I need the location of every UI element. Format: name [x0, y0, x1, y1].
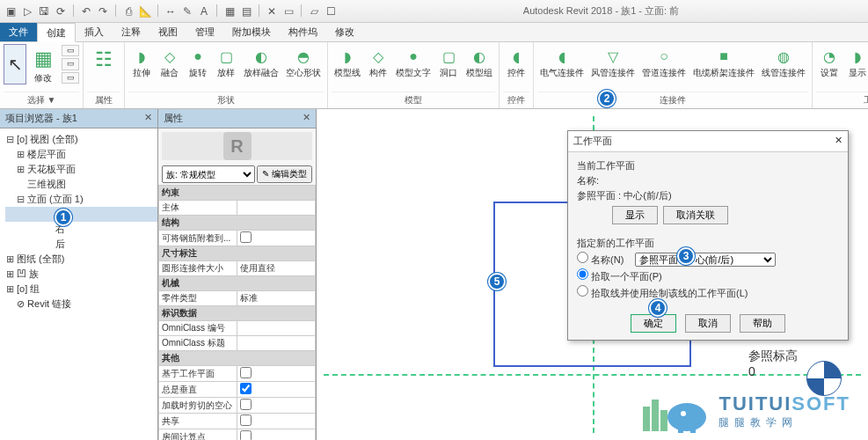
prop-value[interactable]: 标准: [237, 291, 316, 306]
tree-node[interactable]: ⊟ [o] 视图 (全部): [5, 132, 157, 147]
shape-item-0[interactable]: ◗拉伸: [128, 44, 155, 79]
prop-value[interactable]: [237, 231, 316, 246]
shape-item-1[interactable]: ◇融合: [157, 44, 183, 79]
ctrl-item-0[interactable]: ◖控件: [503, 44, 529, 79]
tab-view[interactable]: 视图: [150, 23, 186, 41]
tab-annotate[interactable]: 注释: [113, 23, 150, 41]
prop-value[interactable]: [237, 321, 316, 336]
prop-checkbox[interactable]: [240, 231, 252, 243]
specify-label: 指定新的工作平面: [577, 237, 839, 250]
conn-item-2[interactable]: ○管道连接件: [639, 44, 689, 79]
app-menu-icon[interactable]: ▣: [4, 4, 18, 18]
shape-item-2[interactable]: ●旋转: [185, 44, 211, 79]
tab-addins[interactable]: 附加模块: [223, 23, 280, 41]
tab-create[interactable]: 创建: [37, 23, 76, 42]
component-icon[interactable]: ☐: [324, 4, 338, 18]
ribbon-label-props: 属性: [87, 92, 120, 108]
tab-insert[interactable]: 插入: [76, 23, 113, 41]
tree-node[interactable]: 后: [5, 237, 157, 252]
text-icon[interactable]: A: [197, 4, 211, 18]
prop-checkbox[interactable]: [240, 399, 252, 410]
3d-icon[interactable]: ▦: [222, 4, 237, 18]
model-item-3[interactable]: ▢洞口: [435, 44, 462, 79]
prop-value[interactable]: [237, 398, 316, 414]
tag-icon[interactable]: ✎: [180, 4, 194, 18]
sync-icon[interactable]: ⟳: [54, 4, 68, 18]
shape-item-3[interactable]: ▢放样: [213, 44, 239, 79]
tree-node[interactable]: ⊞ 凹 族: [5, 267, 157, 282]
undo-icon[interactable]: ↶: [79, 4, 93, 18]
shape-item-4[interactable]: ◐放样融合: [241, 44, 281, 79]
type-selector[interactable]: 族: 常规模型: [162, 165, 255, 183]
opt-pickline-radio[interactable]: 拾取线并使用绘制该线的工作平面(L): [577, 288, 748, 298]
prop-value[interactable]: [237, 429, 316, 441]
model-item-4[interactable]: ◐模型组: [463, 44, 495, 79]
prop-value[interactable]: [237, 414, 316, 429]
open-icon[interactable]: ▷: [20, 4, 34, 18]
prop-checkbox[interactable]: [240, 430, 252, 440]
conn-item-3[interactable]: ■电缆桥架连接件: [690, 44, 757, 79]
opt-name-radio[interactable]: 名称(N): [577, 254, 624, 265]
print-icon[interactable]: ⎙: [121, 4, 135, 18]
tree-node[interactable]: ⊞ 图纸 (全部): [5, 252, 157, 267]
tree-node[interactable]: 前: [5, 207, 157, 222]
wp-name-select[interactable]: 参照平面 : 中心(前/后): [635, 253, 776, 267]
tree-node[interactable]: ⊟ 立面 (立面 1): [5, 192, 157, 207]
edit-type-button[interactable]: ✎ 编辑类型: [257, 165, 312, 183]
help-button[interactable]: 帮助: [740, 314, 785, 333]
close-hidden-icon[interactable]: ✕: [265, 4, 279, 18]
section-icon[interactable]: ▤: [239, 4, 253, 18]
model-item-1[interactable]: ◇构件: [365, 44, 391, 79]
select-tool-icon[interactable]: ↖: [4, 44, 26, 84]
prop-group-header: 标识数据: [159, 306, 316, 321]
wp-item-0[interactable]: ◔设置: [816, 44, 842, 79]
prop-value[interactable]: [237, 382, 316, 398]
cancel-button[interactable]: 取消: [685, 314, 731, 333]
model-item-2[interactable]: ●模型文字: [393, 44, 434, 79]
tree-node[interactable]: ⊞ [o] 组: [5, 282, 157, 297]
project-browser-tree[interactable]: ⊟ [o] 视图 (全部)⊞ 楼层平面⊞ 天花板平面 三维视图⊟ 立面 (立面 …: [0, 128, 157, 315]
badge-4: 4: [649, 299, 667, 317]
ok-button[interactable]: 确定: [631, 314, 676, 333]
shape-item-5[interactable]: ◓空心形状: [283, 44, 324, 79]
prop-value[interactable]: [237, 201, 316, 216]
prop-checkbox[interactable]: [240, 383, 252, 394]
wp-item-1[interactable]: ◗显示: [844, 44, 868, 79]
opt-pick-radio[interactable]: 拾取一个平面(P): [577, 271, 662, 282]
tab-manage[interactable]: 管理: [186, 23, 223, 41]
ribbon-group-model: ◗模型线◇构件●模型文字▢洞口◐模型组 模型: [328, 42, 500, 108]
prop-checkbox[interactable]: [240, 414, 252, 426]
prop-value[interactable]: [237, 336, 316, 351]
disassociate-button[interactable]: 取消关联: [663, 206, 728, 224]
prop-value[interactable]: [237, 366, 316, 382]
conn-item-4[interactable]: ◍线管连接件: [759, 44, 808, 79]
tree-node[interactable]: 三维视图: [5, 177, 157, 192]
close-icon[interactable]: ✕: [144, 112, 152, 125]
save-icon[interactable]: 🖫: [37, 4, 51, 18]
badge-5: 5: [488, 273, 506, 290]
show-button[interactable]: 显示: [612, 206, 658, 224]
tree-node[interactable]: 右: [5, 222, 157, 237]
close-icon[interactable]: ✕: [303, 112, 310, 125]
tree-node[interactable]: ⊘ Revit 链接: [5, 297, 157, 312]
filter-icon[interactable]: ▱: [307, 4, 321, 18]
paste-options[interactable]: ▭▭▭: [62, 44, 79, 84]
tab-modify[interactable]: 修改: [326, 23, 363, 41]
tree-node[interactable]: ⊞ 天花板平面: [5, 162, 157, 177]
model-item-0[interactable]: ◗模型线: [332, 44, 363, 79]
project-browser: 项目浏览器 - 族1 ✕ ⊟ [o] 视图 (全部)⊞ 楼层平面⊞ 天花板平面 …: [0, 109, 158, 440]
redo-icon[interactable]: ↷: [96, 4, 110, 18]
close-icon[interactable]: ✕: [835, 135, 842, 148]
properties-button[interactable]: ☷: [87, 44, 120, 76]
prop-value[interactable]: 使用直径: [237, 261, 316, 276]
dim-icon[interactable]: ↔: [164, 4, 178, 18]
tab-component-dock[interactable]: 构件坞: [280, 23, 326, 41]
switch-window-icon[interactable]: ▭: [281, 4, 295, 18]
measure-icon[interactable]: 📐: [138, 4, 152, 18]
file-tab[interactable]: 文件: [0, 23, 37, 41]
conn-item-1[interactable]: ▽风管连接件: [588, 44, 638, 79]
conn-item-0[interactable]: ◖电气连接件: [537, 44, 587, 79]
modify-tool[interactable]: ▦ 修改: [26, 44, 60, 84]
prop-checkbox[interactable]: [240, 367, 252, 378]
tree-node[interactable]: ⊞ 楼层平面: [5, 147, 157, 162]
